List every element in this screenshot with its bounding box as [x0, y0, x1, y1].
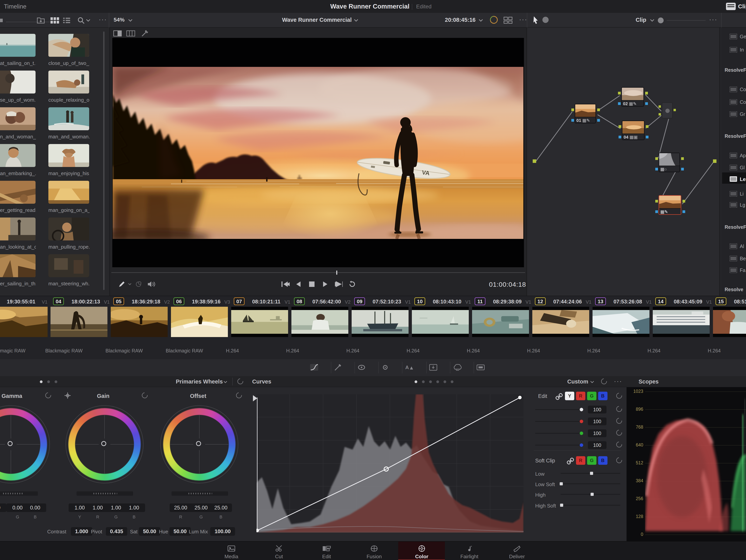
svg-text:A: A: [405, 364, 409, 370]
svg-text:VA: VA: [422, 169, 430, 176]
